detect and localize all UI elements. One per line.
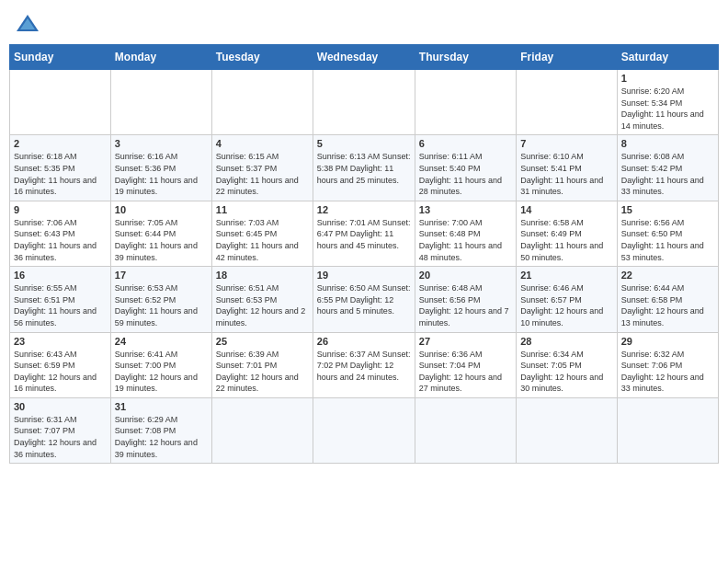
calendar-cell: 4Sunrise: 6:15 AM Sunset: 5:37 PM Daylig… [211,135,313,201]
day-info: Sunrise: 6:58 AM Sunset: 6:49 PM Dayligh… [520,217,612,263]
calendar-cell: 24Sunrise: 6:41 AM Sunset: 7:00 PM Dayli… [110,332,211,397]
day-info: Sunrise: 6:36 AM Sunset: 7:04 PM Dayligh… [419,349,512,395]
day-number: 23 [14,336,107,347]
weekday-header-row: SundayMondayTuesdayWednesdayThursdayFrid… [10,45,719,70]
day-number: 14 [520,204,612,215]
day-number: 3 [115,138,208,149]
calendar-week-row: 2Sunrise: 6:18 AM Sunset: 5:35 PM Daylig… [10,135,719,201]
day-number: 5 [317,138,411,149]
calendar-cell [617,397,718,463]
day-info: Sunrise: 7:00 AM Sunset: 6:48 PM Dayligh… [419,217,512,263]
calendar-cell: 20Sunrise: 6:48 AM Sunset: 6:56 PM Dayli… [415,267,516,332]
weekday-header-wednesday: Wednesday [313,45,415,70]
header [9,9,719,39]
day-number: 15 [621,204,714,215]
day-number: 28 [520,336,612,347]
calendar-cell: 1Sunrise: 6:20 AM Sunset: 5:34 PM Daylig… [617,70,718,135]
calendar-cell: 13Sunrise: 7:00 AM Sunset: 6:48 PM Dayli… [415,201,516,266]
day-info: Sunrise: 6:46 AM Sunset: 6:57 PM Dayligh… [520,282,612,328]
day-info: Sunrise: 6:41 AM Sunset: 7:00 PM Dayligh… [115,349,208,395]
calendar-cell [211,397,313,463]
calendar-cell [313,70,415,135]
calendar-cell: 6Sunrise: 6:11 AM Sunset: 5:40 PM Daylig… [415,135,516,201]
day-number: 18 [216,270,309,281]
calendar-cell: 27Sunrise: 6:36 AM Sunset: 7:04 PM Dayli… [415,332,516,397]
calendar-cell [415,70,516,135]
day-info: Sunrise: 6:18 AM Sunset: 5:35 PM Dayligh… [14,151,107,197]
calendar-cell: 10Sunrise: 7:05 AM Sunset: 6:44 PM Dayli… [110,201,211,266]
calendar-cell: 12Sunrise: 7:01 AM Sunset: 6:47 PM Dayli… [313,201,415,266]
calendar-cell: 25Sunrise: 6:39 AM Sunset: 7:01 PM Dayli… [211,332,313,397]
weekday-header-thursday: Thursday [415,45,516,70]
calendar: SundayMondayTuesdayWednesdayThursdayFrid… [9,44,719,464]
calendar-cell: 22Sunrise: 6:44 AM Sunset: 6:58 PM Dayli… [617,267,718,332]
day-number: 1 [621,73,714,84]
calendar-week-row: 23Sunrise: 6:43 AM Sunset: 6:59 PM Dayli… [10,332,719,397]
calendar-week-row: 16Sunrise: 6:55 AM Sunset: 6:51 PM Dayli… [10,267,719,332]
calendar-week-row: 30Sunrise: 6:31 AM Sunset: 7:07 PM Dayli… [10,397,719,463]
calendar-cell [415,397,516,463]
day-number: 21 [520,270,612,281]
day-info: Sunrise: 6:11 AM Sunset: 5:40 PM Dayligh… [419,151,512,197]
day-info: Sunrise: 6:43 AM Sunset: 6:59 PM Dayligh… [14,349,107,395]
calendar-cell: 17Sunrise: 6:53 AM Sunset: 6:52 PM Dayli… [110,267,211,332]
weekday-header-sunday: Sunday [10,45,111,70]
calendar-cell: 14Sunrise: 6:58 AM Sunset: 6:49 PM Dayli… [517,201,617,266]
day-number: 31 [115,401,208,412]
day-info: Sunrise: 6:56 AM Sunset: 6:50 PM Dayligh… [621,217,714,263]
day-info: Sunrise: 6:31 AM Sunset: 7:07 PM Dayligh… [14,414,107,460]
day-number: 2 [14,138,107,149]
day-number: 17 [115,270,208,281]
day-number: 29 [621,336,714,347]
day-info: Sunrise: 7:03 AM Sunset: 6:45 PM Dayligh… [216,217,309,263]
weekday-header-tuesday: Tuesday [211,45,313,70]
day-number: 6 [419,138,512,149]
day-info: Sunrise: 6:37 AM Sunset: 7:02 PM Dayligh… [317,349,411,384]
calendar-cell: 30Sunrise: 6:31 AM Sunset: 7:07 PM Dayli… [10,397,111,463]
weekday-header-friday: Friday [517,45,617,70]
day-number: 13 [419,204,512,215]
logo-icon [15,13,40,35]
day-info: Sunrise: 6:20 AM Sunset: 5:34 PM Dayligh… [621,86,714,132]
day-number: 20 [419,270,512,281]
day-info: Sunrise: 7:06 AM Sunset: 6:43 PM Dayligh… [14,217,107,263]
day-number: 25 [216,336,309,347]
calendar-cell: 5Sunrise: 6:13 AM Sunset: 5:38 PM Daylig… [313,135,415,201]
calendar-cell [517,397,617,463]
weekday-header-monday: Monday [110,45,211,70]
calendar-cell: 29Sunrise: 6:32 AM Sunset: 7:06 PM Dayli… [617,332,718,397]
day-number: 4 [216,138,309,149]
calendar-cell: 31Sunrise: 6:29 AM Sunset: 7:08 PM Dayli… [110,397,211,463]
calendar-cell: 2Sunrise: 6:18 AM Sunset: 5:35 PM Daylig… [10,135,111,201]
calendar-cell [110,70,211,135]
day-number: 26 [317,336,411,347]
day-info: Sunrise: 6:08 AM Sunset: 5:42 PM Dayligh… [621,151,714,197]
day-info: Sunrise: 6:15 AM Sunset: 5:37 PM Dayligh… [216,151,309,197]
weekday-header-saturday: Saturday [617,45,718,70]
day-info: Sunrise: 7:01 AM Sunset: 6:47 PM Dayligh… [317,217,411,252]
calendar-cell: 8Sunrise: 6:08 AM Sunset: 5:42 PM Daylig… [617,135,718,201]
day-info: Sunrise: 6:55 AM Sunset: 6:51 PM Dayligh… [14,282,107,328]
calendar-cell: 7Sunrise: 6:10 AM Sunset: 5:41 PM Daylig… [517,135,617,201]
calendar-cell: 11Sunrise: 7:03 AM Sunset: 6:45 PM Dayli… [211,201,313,266]
day-info: Sunrise: 6:34 AM Sunset: 7:05 PM Dayligh… [520,349,612,395]
calendar-cell: 18Sunrise: 6:51 AM Sunset: 6:53 PM Dayli… [211,267,313,332]
calendar-cell: 28Sunrise: 6:34 AM Sunset: 7:05 PM Dayli… [517,332,617,397]
calendar-cell: 16Sunrise: 6:55 AM Sunset: 6:51 PM Dayli… [10,267,111,332]
calendar-cell: 23Sunrise: 6:43 AM Sunset: 6:59 PM Dayli… [10,332,111,397]
day-number: 27 [419,336,512,347]
day-number: 10 [115,204,208,215]
day-number: 11 [216,204,309,215]
day-info: Sunrise: 6:44 AM Sunset: 6:58 PM Dayligh… [621,282,714,328]
calendar-cell: 21Sunrise: 6:46 AM Sunset: 6:57 PM Dayli… [517,267,617,332]
calendar-cell: 19Sunrise: 6:50 AM Sunset: 6:55 PM Dayli… [313,267,415,332]
day-number: 12 [317,204,411,215]
day-info: Sunrise: 6:39 AM Sunset: 7:01 PM Dayligh… [216,349,309,395]
day-number: 16 [14,270,107,281]
day-info: Sunrise: 6:51 AM Sunset: 6:53 PM Dayligh… [216,282,309,328]
day-info: Sunrise: 6:13 AM Sunset: 5:38 PM Dayligh… [317,151,411,186]
calendar-cell [211,70,313,135]
day-info: Sunrise: 6:29 AM Sunset: 7:08 PM Dayligh… [115,414,208,460]
day-info: Sunrise: 6:48 AM Sunset: 6:56 PM Dayligh… [419,282,512,328]
calendar-week-row: 1Sunrise: 6:20 AM Sunset: 5:34 PM Daylig… [10,70,719,135]
